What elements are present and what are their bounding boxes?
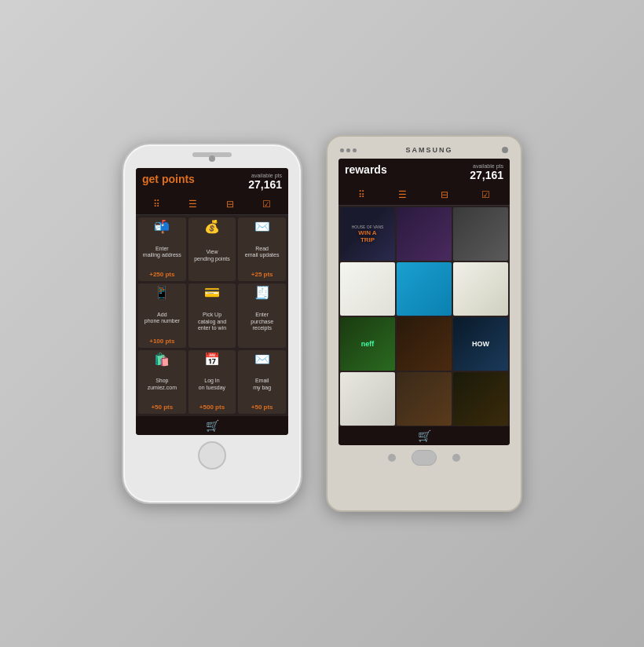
gp-cell-email-icon: ✉️ <box>254 221 270 233</box>
iphone-device: get points available pts 27,161 ⠿ ☰ ⊟ ☑ <box>122 143 302 504</box>
rw-nav-list-icon[interactable]: ☰ <box>398 189 407 200</box>
rw-cell-vans-content: HOUSE OF VANS WIN ATRIP <box>340 207 395 261</box>
gp-nav: ⠿ ☰ ⊟ ☑ <box>136 194 288 215</box>
gp-cell-emailbag-pts: +50 pts <box>251 404 273 411</box>
gp-cell-mailing[interactable]: 📬 Entermailing address +250 pts <box>138 217 186 281</box>
samsung-recent-button[interactable] <box>452 454 460 462</box>
samsung-phone: SAMSUNG rewards available pts 27,161 <box>326 135 522 512</box>
samsung-top-bar: SAMSUNG <box>327 143 521 157</box>
rw-win-text: WIN ATRIP <box>352 229 384 243</box>
samsung-screen: rewards available pts 27,161 ⠿ ☰ ⊟ ☑ <box>338 159 510 445</box>
gp-cell-phone-icon: 📱 <box>154 287 170 299</box>
gp-cell-shop-label: Shopzumiez.com <box>148 367 177 402</box>
gp-cell-phone-label: Addphone number <box>145 301 180 335</box>
samsung-dot-3 <box>353 148 357 152</box>
rw-cell-poster1-content <box>397 317 452 371</box>
get-points-screen: get points available pts 27,161 ⠿ ☰ ⊟ ☑ <box>136 168 288 435</box>
gp-nav-list-icon[interactable]: ☰ <box>188 199 197 210</box>
gp-grid: 📬 Entermailing address +250 pts 💰 Viewpe… <box>136 215 288 416</box>
rw-nav: ⠿ ☰ ⊟ ☑ <box>338 185 510 206</box>
gp-cell-receipts-icon: 🧾 <box>254 287 270 299</box>
rw-cell-portrait[interactable] <box>453 372 508 426</box>
gp-pts-value: 27,161 <box>248 178 282 191</box>
rw-nav-grid-icon[interactable]: ⠿ <box>358 189 365 200</box>
rw-cell-stickers[interactable] <box>340 262 395 316</box>
samsung-brand-label: SAMSUNG <box>405 146 452 154</box>
gp-cell-emailbag[interactable]: ✉️ Emailmy bag +50 pts <box>238 350 286 414</box>
rw-header: rewards available pts 27,161 <box>338 159 510 185</box>
iphone-screen: get points available pts 27,161 ⠿ ☰ ⊟ ☑ <box>136 168 288 435</box>
gp-header: get points available pts 27,161 <box>136 168 288 194</box>
gp-cell-login-label: Log Inon tuesday <box>199 367 225 402</box>
gp-cell-catalog-icon: 💳 <box>204 287 220 299</box>
gp-footer: 🛒 <box>136 416 288 435</box>
rw-title: rewards <box>345 163 387 176</box>
rw-cell-phone-content <box>453 207 508 261</box>
gp-cell-email[interactable]: ✉️ Reademail updates +25 pts <box>238 217 286 281</box>
rw-pts-value: 27,161 <box>470 169 503 181</box>
gp-cell-receipts-label: Enterpurchase receipts <box>240 301 284 342</box>
samsung-dot-1 <box>340 148 344 152</box>
scene: get points available pts 27,161 ⠿ ☰ ⊟ ☑ <box>0 0 644 647</box>
gp-cell-pending-label: Viewpending points <box>194 235 230 276</box>
rw-cell-cards[interactable] <box>453 262 508 316</box>
samsung-dot-2 <box>346 148 350 152</box>
rw-cell-poster2[interactable] <box>397 372 452 426</box>
gp-cell-phone-pts: +100 pts <box>149 338 174 345</box>
rw-cell-stickers-content <box>340 262 395 316</box>
rewards-screen: rewards available pts 27,161 ⠿ ☰ ⊟ ☑ <box>338 159 510 445</box>
rw-cell-keychain-content <box>340 372 395 426</box>
samsung-dots <box>340 148 357 152</box>
samsung-back-button[interactable] <box>388 454 396 462</box>
samsung-device: SAMSUNG rewards available pts 27,161 <box>326 135 522 512</box>
rw-basket-icon[interactable]: 🛒 <box>418 430 431 442</box>
rw-cell-phoneimg[interactable] <box>453 207 508 261</box>
gp-cell-emailbag-label: Emailmy bag <box>253 367 271 402</box>
rw-nav-check-icon[interactable]: ☑ <box>481 189 490 200</box>
rw-cell-how[interactable]: HOW <box>453 317 508 371</box>
gp-cell-emailbag-icon: ✉️ <box>254 353 270 366</box>
gp-cell-receipts[interactable]: 🧾 Enterpurchase receipts <box>238 283 286 347</box>
gp-cell-email-pts: +25 pts <box>251 271 273 278</box>
gp-basket-icon[interactable]: 🛒 <box>206 419 219 432</box>
rw-nav-sliders-icon[interactable]: ⊟ <box>441 189 448 200</box>
rw-cell-street[interactable] <box>397 207 452 261</box>
gp-title: get points <box>142 173 195 185</box>
gp-header-right: available pts 27,161 <box>248 173 282 191</box>
gp-cell-shop-pts: +50 pts <box>151 404 173 411</box>
gp-cell-mailing-pts: +250 pts <box>149 271 174 278</box>
iphone-home-button[interactable] <box>198 441 226 470</box>
rw-cell-skateboard[interactable] <box>397 262 452 316</box>
gp-cell-pending-icon: 💰 <box>204 221 220 233</box>
samsung-bottom-buttons <box>388 450 460 466</box>
rw-grid: HOUSE OF VANS WIN ATRIP <box>338 206 510 426</box>
gp-cell-catalog-label: Pick Upcatalog andenter to win <box>198 301 226 342</box>
gp-nav-sliders-icon[interactable]: ⊟ <box>226 199 234 210</box>
rw-footer: 🛒 <box>338 426 510 445</box>
rw-pts-label: available pts <box>470 163 503 169</box>
gp-cell-login-pts: +500 pts <box>199 404 225 411</box>
gp-cell-mailing-icon: 📬 <box>154 221 170 233</box>
rw-cell-how-content: HOW <box>453 317 508 371</box>
iphone-camera <box>209 155 215 162</box>
gp-cell-catalog[interactable]: 💳 Pick Upcatalog andenter to win <box>188 283 236 347</box>
gp-pts-label: available pts <box>248 173 282 178</box>
rw-cell-vans[interactable]: HOUSE OF VANS WIN ATRIP <box>340 207 395 261</box>
gp-cell-phone[interactable]: 📱 Addphone number +100 pts <box>138 283 186 347</box>
gp-nav-grid-icon[interactable]: ⠿ <box>153 199 160 210</box>
gp-cell-pending[interactable]: 💰 Viewpending points <box>188 217 236 281</box>
samsung-camera <box>502 147 508 153</box>
gp-cell-shop[interactable]: 🛍️ Shopzumiez.com +50 pts <box>138 350 186 414</box>
rw-cell-poster1[interactable] <box>397 317 452 371</box>
rw-cell-green[interactable]: neff <box>340 317 395 371</box>
rw-cell-keychain[interactable] <box>340 372 395 426</box>
gp-cell-shop-icon: 🛍️ <box>154 353 170 366</box>
gp-cell-login[interactable]: 📅 Log Inon tuesday +500 pts <box>188 350 236 414</box>
rw-header-right: available pts 27,161 <box>470 163 503 181</box>
gp-cell-mailing-label: Entermailing address <box>143 235 181 269</box>
iphone-phone: get points available pts 27,161 ⠿ ☰ ⊟ ☑ <box>122 143 302 504</box>
samsung-home-button[interactable] <box>412 450 437 466</box>
rw-cell-skateboard-content <box>397 262 452 316</box>
gp-nav-check-icon[interactable]: ☑ <box>262 199 271 210</box>
rw-cell-portrait-content <box>453 372 508 426</box>
